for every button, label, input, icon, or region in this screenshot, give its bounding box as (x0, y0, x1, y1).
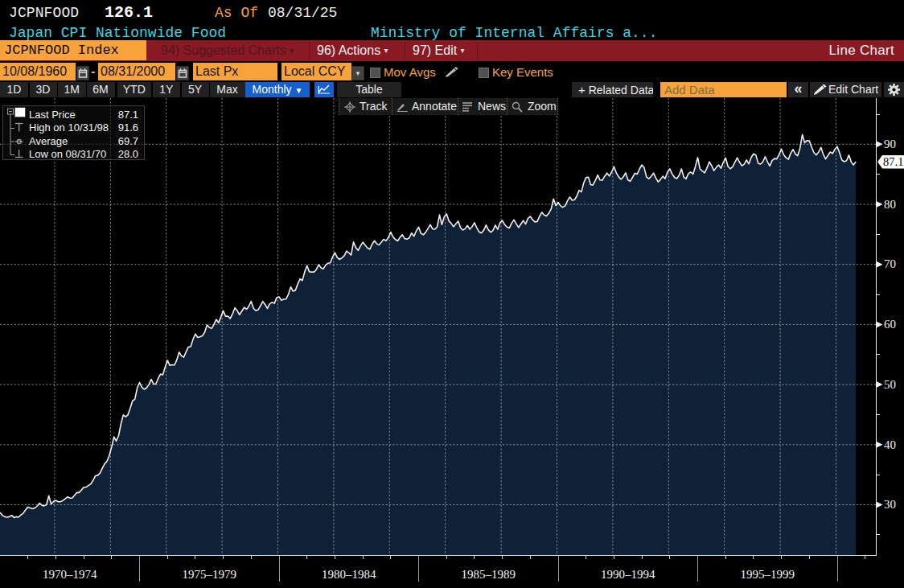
svg-text:1970–1974: 1970–1974 (43, 568, 97, 581)
svg-text:1990–1994: 1990–1994 (601, 568, 655, 581)
svg-text:70: 70 (884, 257, 896, 270)
svg-text:50: 50 (884, 378, 896, 391)
svg-text:40: 40 (884, 438, 896, 451)
svg-text:1995–1999: 1995–1999 (741, 568, 795, 581)
svg-text:1975–1979: 1975–1979 (182, 568, 236, 581)
svg-text:60: 60 (884, 318, 896, 331)
svg-text:1985–1989: 1985–1989 (461, 568, 516, 581)
svg-text:90: 90 (884, 138, 896, 150)
svg-text:80: 80 (884, 198, 896, 211)
svg-text:30: 30 (884, 498, 896, 511)
svg-text:87.1: 87.1 (883, 155, 903, 168)
svg-text:1980–1984: 1980–1984 (322, 568, 376, 581)
